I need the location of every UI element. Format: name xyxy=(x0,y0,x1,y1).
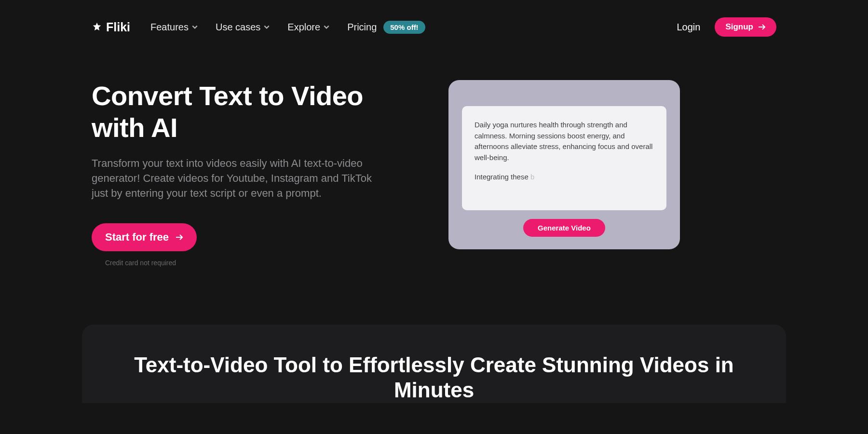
signup-button[interactable]: Signup xyxy=(715,17,776,37)
chevron-down-icon xyxy=(263,24,270,30)
hero-section: Convert Text to Video with AI Transform … xyxy=(0,46,868,267)
hero-title: Convert Text to Video with AI xyxy=(92,80,391,144)
logo[interactable]: Fliki xyxy=(92,20,130,34)
chevron-down-icon xyxy=(191,24,198,30)
generate-video-button[interactable]: Generate Video xyxy=(523,219,605,237)
nav-right: Login Signup xyxy=(677,17,776,37)
section-title: Text-to-Video Tool to Effortlessly Creat… xyxy=(111,353,757,404)
nav-item-use-cases[interactable]: Use cases xyxy=(216,22,270,33)
section-tool-intro: Text-to-Video Tool to Effortlessly Creat… xyxy=(82,325,786,404)
demo-paragraph: Integrating these b xyxy=(475,172,654,183)
navbar: Fliki Features Use cases Explore Pricing… xyxy=(0,0,868,46)
demo-card: Daily yoga nurtures health through stren… xyxy=(448,80,680,249)
demo-text-input[interactable]: Daily yoga nurtures health through stren… xyxy=(462,106,666,210)
login-link[interactable]: Login xyxy=(677,22,700,33)
brand-name: Fliki xyxy=(106,20,130,34)
demo-paragraph: Daily yoga nurtures health through stren… xyxy=(475,120,654,163)
nav-item-explore[interactable]: Explore xyxy=(287,22,330,33)
cta-note: Credit card not required xyxy=(105,259,391,267)
arrow-right-icon xyxy=(758,24,766,30)
hero-description: Transform your text into videos easily w… xyxy=(92,156,391,201)
nav-item-pricing[interactable]: Pricing 50% off! xyxy=(347,21,425,34)
hero-demo: Daily yoga nurtures health through stren… xyxy=(448,80,680,267)
hero-content: Convert Text to Video with AI Transform … xyxy=(92,80,391,267)
nav-item-features[interactable]: Features xyxy=(150,22,198,33)
nav-links: Features Use cases Explore Pricing 50% o… xyxy=(150,21,425,34)
chevron-down-icon xyxy=(323,24,330,30)
discount-badge: 50% off! xyxy=(383,21,425,34)
fliki-logo-icon xyxy=(92,22,102,32)
arrow-right-icon xyxy=(176,234,183,241)
start-free-button[interactable]: Start for free xyxy=(92,223,197,251)
